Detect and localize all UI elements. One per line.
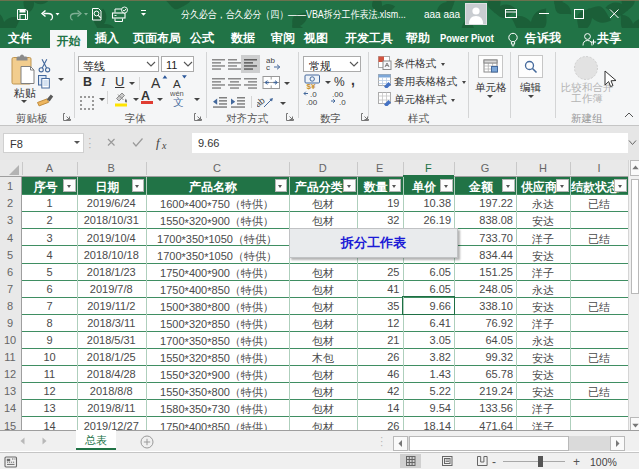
svg-text:ab: ab — [257, 95, 267, 109]
svg-text:文: 文 — [173, 96, 184, 107]
svg-text:.0: .0 — [339, 98, 346, 106]
svg-text:$¥: $¥ — [307, 82, 316, 91]
svg-text:.00: .00 — [306, 98, 318, 106]
svg-text:x: x — [161, 140, 167, 151]
svg-text:c: c — [266, 63, 270, 71]
svg-text:A: A — [151, 75, 161, 91]
